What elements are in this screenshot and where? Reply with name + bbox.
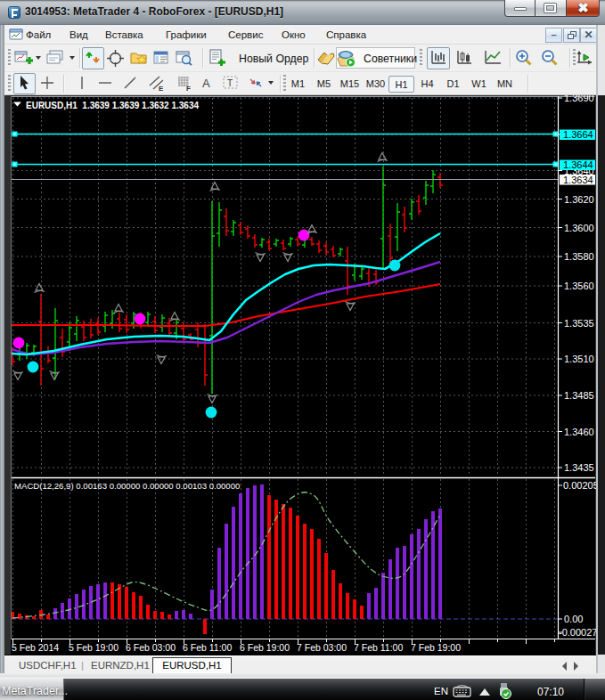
- svg-text:1.3510: 1.3510: [564, 354, 594, 364]
- svg-text:5 Feb 2014: 5 Feb 2014: [12, 642, 59, 653]
- svg-text:7 Feb 19:00: 7 Feb 19:00: [411, 642, 461, 653]
- svg-text:T: T: [227, 78, 233, 88]
- svg-text:1.3690: 1.3690: [564, 95, 594, 103]
- svg-text:7 Feb 11:00: 7 Feb 11:00: [354, 642, 403, 653]
- svg-text:1.3460: 1.3460: [564, 427, 594, 437]
- svg-text:-0.00027: -0.00027: [559, 627, 597, 638]
- svg-text:F: F: [186, 85, 191, 92]
- svg-text:1.3580: 1.3580: [564, 251, 594, 262]
- svg-text:1.3664: 1.3664: [563, 129, 593, 140]
- svg-text:MACD(12,26,9) 0.00163 0.00000: MACD(12,26,9) 0.00163 0.00000 0.00000 0.…: [14, 481, 240, 491]
- svg-text:6 Feb 03:00: 6 Feb 03:00: [126, 642, 176, 653]
- svg-text:1.3485: 1.3485: [564, 390, 594, 401]
- svg-text:1.3535: 1.3535: [564, 318, 594, 329]
- svg-text:EURUSD,H1 1.3639 1.3639 1.363: EURUSD,H1 1.3639 1.3639 1.3632 1.3634: [26, 101, 199, 110]
- svg-text:6 Feb 11:00: 6 Feb 11:00: [183, 642, 232, 653]
- svg-text:1.3560: 1.3560: [564, 281, 594, 291]
- svg-text:1.3634: 1.3634: [563, 175, 593, 185]
- svg-text:1.3435: 1.3435: [564, 462, 594, 473]
- svg-text:5 Feb 19:00: 5 Feb 19:00: [69, 642, 119, 653]
- svg-text:1.3600: 1.3600: [564, 223, 594, 233]
- svg-text:6 Feb 19:00: 6 Feb 19:00: [240, 642, 290, 653]
- svg-text:0.00205: 0.00205: [563, 480, 599, 491]
- svg-text:0.00: 0.00: [564, 614, 583, 624]
- svg-text:E: E: [159, 85, 164, 92]
- svg-text:7 Feb 03:00: 7 Feb 03:00: [297, 642, 347, 653]
- svg-text:1.3644: 1.3644: [563, 159, 593, 170]
- svg-text:1.3620: 1.3620: [564, 194, 594, 205]
